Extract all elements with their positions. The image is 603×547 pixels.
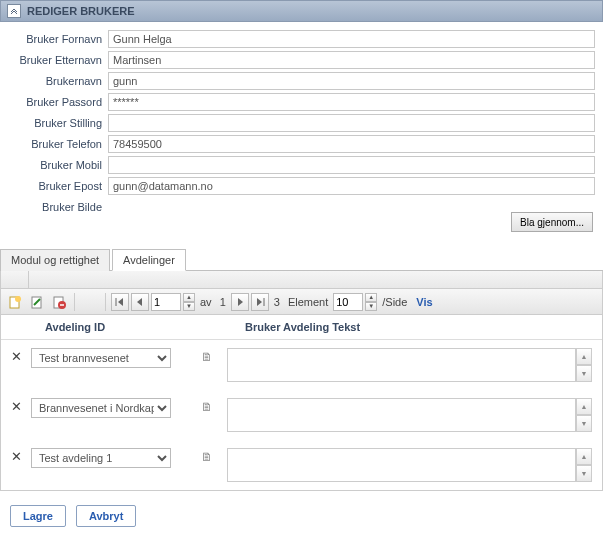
panel-header: REDIGER BRUKERE xyxy=(0,0,603,22)
input-stilling[interactable] xyxy=(108,114,595,132)
tekst-box[interactable] xyxy=(227,448,576,482)
vis-link[interactable]: Vis xyxy=(412,296,432,308)
tabs: Modul og rettighet Avdelinger xyxy=(0,248,603,271)
dept-select[interactable]: Test avdeling 1 xyxy=(31,448,171,468)
delete-row-icon[interactable]: ✕ xyxy=(11,348,25,366)
panel-title: REDIGER BRUKERE xyxy=(27,5,135,17)
perpage-spin-down-icon[interactable]: ▼ xyxy=(365,302,377,311)
page-spin-down-icon[interactable]: ▼ xyxy=(183,302,195,311)
footer: Lagre Avbryt xyxy=(0,491,603,537)
input-mobil[interactable] xyxy=(108,156,595,174)
input-passord[interactable] xyxy=(108,93,595,111)
note-icon[interactable]: 🗎 xyxy=(201,448,215,466)
scroll-up-icon[interactable]: ▲ xyxy=(576,448,592,465)
label-fornavn: Bruker Fornavn xyxy=(8,33,108,45)
label-etternavn: Bruker Etternavn xyxy=(8,54,108,66)
browse-button[interactable]: Bla gjennom... xyxy=(511,212,593,232)
collapse-icon[interactable] xyxy=(7,4,21,18)
pager-av: av xyxy=(197,296,215,308)
pager-first-icon[interactable] xyxy=(111,293,129,311)
dept-select[interactable]: Test brannvesenet xyxy=(31,348,171,368)
input-telefon[interactable] xyxy=(108,135,595,153)
pager-perside: /Side xyxy=(379,296,410,308)
grid-toolbar: ▲ ▼ av 1 3 Element ▲ ▼ /Side Vis xyxy=(1,289,602,315)
pager-next-icon[interactable] xyxy=(231,293,249,311)
label-epost: Bruker Epost xyxy=(8,180,108,192)
scroll-down-icon[interactable]: ▼ xyxy=(576,465,592,482)
cancel-button[interactable]: Avbryt xyxy=(76,505,136,527)
tekst-box[interactable] xyxy=(227,348,576,382)
col-header-tekst: Bruker Avdeling Tekst xyxy=(245,321,592,333)
scroll-up-icon[interactable]: ▲ xyxy=(576,348,592,365)
page-spin-up-icon[interactable]: ▲ xyxy=(183,293,195,302)
perpage-spin-up-icon[interactable]: ▲ xyxy=(365,293,377,302)
pager-last-icon[interactable] xyxy=(251,293,269,311)
pager-element-label: Element xyxy=(285,296,331,308)
save-button[interactable]: Lagre xyxy=(10,505,66,527)
dept-select[interactable]: Brannvesenet i Nordkapp xyxy=(31,398,171,418)
pager-total: 1 xyxy=(217,296,229,308)
edit-icon[interactable] xyxy=(27,292,47,312)
label-bilde: Bruker Bilde xyxy=(8,198,108,213)
pager-element-count: 3 xyxy=(271,296,283,308)
svg-point-1 xyxy=(15,296,21,302)
grid-header: Avdeling ID Bruker Avdeling Tekst xyxy=(1,315,602,340)
delete-row-icon[interactable]: ✕ xyxy=(11,448,25,466)
tekst-box[interactable] xyxy=(227,398,576,432)
label-brukernavn: Brukernavn xyxy=(8,75,108,87)
label-mobil: Bruker Mobil xyxy=(8,159,108,171)
tab-avdelinger[interactable]: Avdelinger xyxy=(112,249,186,271)
label-telefon: Bruker Telefon xyxy=(8,138,108,150)
note-icon[interactable]: 🗎 xyxy=(201,348,215,366)
new-icon[interactable] xyxy=(5,292,25,312)
scroll-up-icon[interactable]: ▲ xyxy=(576,398,592,415)
input-epost[interactable] xyxy=(108,177,595,195)
note-icon[interactable]: 🗎 xyxy=(201,398,215,416)
scroll-down-icon[interactable]: ▼ xyxy=(576,365,592,382)
delete-icon[interactable] xyxy=(49,292,69,312)
input-fornavn[interactable] xyxy=(108,30,595,48)
pager-prev-icon[interactable] xyxy=(131,293,149,311)
label-passord: Bruker Passord xyxy=(8,96,108,108)
col-header-avdeling-id: Avdeling ID xyxy=(45,321,245,333)
grid-ruler xyxy=(1,271,602,289)
pager-perpage-input[interactable] xyxy=(333,293,363,311)
pager-page-input[interactable] xyxy=(151,293,181,311)
tab-modul[interactable]: Modul og rettighet xyxy=(0,249,110,271)
input-etternavn[interactable] xyxy=(108,51,595,69)
grid-container: ▲ ▼ av 1 3 Element ▲ ▼ /Side Vis Avdelin… xyxy=(0,271,603,491)
input-brukernavn[interactable] xyxy=(108,72,595,90)
grid-body: ✕Test brannvesenet🗎▲▼✕Brannvesenet i Nor… xyxy=(1,340,602,490)
delete-row-icon[interactable]: ✕ xyxy=(11,398,25,416)
table-row: ✕Brannvesenet i Nordkapp🗎▲▼ xyxy=(1,390,602,440)
form-area: Bruker Fornavn Bruker Etternavn Brukerna… xyxy=(0,22,603,232)
table-row: ✕Test brannvesenet🗎▲▼ xyxy=(1,340,602,390)
table-row: ✕Test avdeling 1🗎▲▼ xyxy=(1,440,602,490)
label-stilling: Bruker Stilling xyxy=(8,117,108,129)
scroll-down-icon[interactable]: ▼ xyxy=(576,415,592,432)
